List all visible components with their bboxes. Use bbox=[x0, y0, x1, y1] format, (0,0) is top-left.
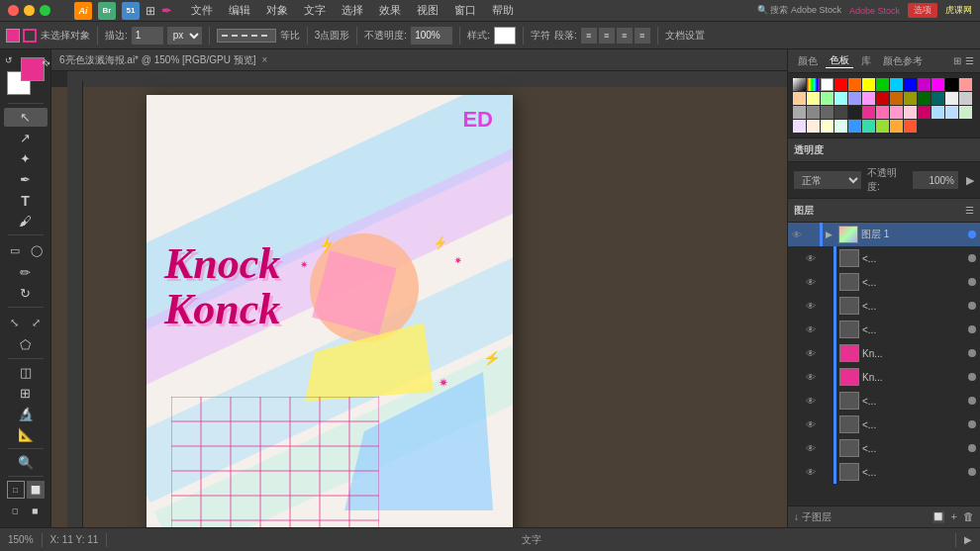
menu-object[interactable]: 对象 bbox=[266, 3, 288, 18]
swatch-lt-yellow[interactable] bbox=[807, 92, 820, 105]
layers-panel-icon[interactable]: ☰ bbox=[965, 205, 974, 216]
layer-row-kn1[interactable]: 👁 Kn... bbox=[788, 341, 980, 365]
swatch-gray-dk[interactable] bbox=[848, 106, 861, 119]
tool-pencil[interactable]: ✏ bbox=[4, 263, 48, 282]
reset-color-icon[interactable]: ↺ bbox=[5, 55, 13, 65]
stroke-unit-select[interactable]: px bbox=[167, 27, 202, 45]
stroke-input[interactable] bbox=[132, 27, 163, 45]
tool-select[interactable]: ↖ bbox=[4, 108, 48, 127]
swatch-green[interactable] bbox=[876, 78, 889, 91]
tool-text[interactable]: T bbox=[4, 191, 48, 210]
swatch-dk-red[interactable] bbox=[876, 92, 889, 105]
opacity-arrow[interactable]: ▶ bbox=[966, 174, 974, 187]
swatch-sky2[interactable] bbox=[945, 106, 958, 119]
layer-row-4[interactable]: 👁 <... bbox=[788, 294, 980, 318]
swatch-mint[interactable] bbox=[959, 106, 972, 119]
swatch-red[interactable] bbox=[834, 78, 847, 91]
swatch-amber[interactable] bbox=[890, 120, 903, 133]
library-tab[interactable]: 库 bbox=[857, 54, 875, 68]
tool-rect[interactable]: ▭ bbox=[4, 239, 26, 261]
layer-2-eye[interactable]: 👁 bbox=[806, 253, 818, 264]
tool-direct-select[interactable]: ↗ bbox=[4, 129, 48, 147]
opacity-input[interactable] bbox=[411, 27, 452, 45]
tool-brush[interactable]: 🖌 bbox=[4, 212, 48, 230]
layer-kn2-eye[interactable]: 👁 bbox=[806, 372, 818, 383]
panel-list-icon[interactable]: ☰ bbox=[965, 55, 974, 66]
swatch-lt-green[interactable] bbox=[821, 92, 833, 105]
swatch-gray-lt[interactable] bbox=[945, 92, 958, 105]
menu-effect[interactable]: 效果 bbox=[379, 3, 401, 18]
menu-window[interactable]: 窗口 bbox=[454, 3, 476, 18]
swatch-cornflower[interactable] bbox=[848, 120, 861, 133]
layer-row-5[interactable]: 👁 <... bbox=[788, 318, 980, 341]
tool-eyedropper[interactable]: 🔬 bbox=[4, 405, 48, 423]
tool-gradient[interactable]: ◫ bbox=[4, 363, 48, 382]
doc-tab-close[interactable]: × bbox=[262, 54, 268, 65]
stroke-color[interactable] bbox=[23, 29, 37, 43]
swatch-gray-5[interactable] bbox=[834, 106, 847, 119]
draw-behind-btn[interactable]: ◼ bbox=[27, 502, 45, 519]
swatch-peach[interactable] bbox=[807, 120, 820, 133]
opacity-tp-input[interactable] bbox=[913, 171, 958, 189]
layer-8-eye[interactable]: 👁 bbox=[806, 443, 818, 454]
swatch-mint2[interactable] bbox=[834, 120, 847, 133]
blend-mode-select[interactable]: 正常 叠加 正片叠底 bbox=[794, 171, 861, 189]
swatch-dk-yellow[interactable] bbox=[904, 92, 917, 105]
layer-9-eye[interactable]: 👁 bbox=[806, 467, 818, 478]
swatch-pink-main[interactable] bbox=[862, 106, 875, 119]
swatch-dk-orange[interactable] bbox=[890, 92, 903, 105]
swatch-lt-blue[interactable] bbox=[848, 92, 861, 105]
menu-view[interactable]: 视图 bbox=[417, 3, 439, 18]
align-left-btn[interactable]: ≡ bbox=[581, 28, 597, 44]
layer-5-eye[interactable]: 👁 bbox=[806, 324, 818, 335]
color-guide-tab[interactable]: 颜色参考 bbox=[879, 54, 927, 68]
layer-kn1-eye[interactable]: 👁 bbox=[806, 348, 818, 359]
canvas-area[interactable]: 6亮色泼溅海报.ai* @ 150% [RGB/GPU 预览] × bbox=[51, 49, 787, 527]
swatch-lt-red[interactable] bbox=[959, 78, 972, 91]
swatch-teal[interactable] bbox=[862, 120, 875, 133]
make-mask-btn[interactable]: 🔲 bbox=[931, 510, 945, 523]
tool-pen[interactable]: ✒ bbox=[4, 170, 48, 189]
swatch-black[interactable] bbox=[945, 78, 958, 91]
swatch-pink-dk[interactable] bbox=[918, 106, 931, 119]
layer-4-eye[interactable]: 👁 bbox=[806, 301, 818, 312]
swatch-blue[interactable] bbox=[904, 78, 917, 91]
tool-ellipse[interactable]: ◯ bbox=[26, 239, 48, 261]
adobe-stock-link[interactable]: Adobe Stock bbox=[849, 6, 900, 16]
swatch-gray-1[interactable] bbox=[959, 92, 972, 105]
tool-rotate[interactable]: ↻ bbox=[4, 284, 48, 303]
close-button[interactable] bbox=[8, 5, 19, 16]
swatch-gradient[interactable] bbox=[793, 78, 806, 91]
align-center-btn[interactable]: ≡ bbox=[599, 28, 615, 44]
swatch-coral[interactable] bbox=[904, 120, 917, 133]
draw-normal-btn[interactable]: ◻ bbox=[7, 502, 25, 519]
fill-color[interactable] bbox=[6, 29, 20, 43]
swatch-cream[interactable] bbox=[821, 120, 833, 133]
top-right-btn2[interactable]: 虎课网 bbox=[945, 4, 972, 17]
swatch-dk-green[interactable] bbox=[918, 92, 931, 105]
align-right-btn[interactable]: ≡ bbox=[617, 28, 633, 44]
swatch-magenta[interactable] bbox=[931, 78, 944, 91]
menu-file[interactable]: 文件 bbox=[191, 3, 213, 18]
swatch-lt-orange[interactable] bbox=[793, 92, 806, 105]
swatch-pink-lt[interactable] bbox=[876, 106, 889, 119]
layer-3-eye[interactable]: 👁 bbox=[806, 277, 818, 288]
swatches-tab[interactable]: 色板 bbox=[826, 53, 853, 68]
layout-icon[interactable]: ⊞ bbox=[146, 4, 155, 18]
layer-row-kn2[interactable]: 👁 Kn... bbox=[788, 365, 980, 389]
layer-row-1[interactable]: 👁 ▶ 图层 1 bbox=[788, 223, 980, 246]
minimize-button[interactable] bbox=[24, 5, 35, 16]
layer-7-eye[interactable]: 👁 bbox=[806, 419, 818, 430]
pen-icon[interactable]: ✒ bbox=[161, 4, 171, 18]
layer-row-6[interactable]: 👁 <... bbox=[788, 389, 980, 413]
swatch-gray-3[interactable] bbox=[807, 106, 820, 119]
menu-select[interactable]: 选择 bbox=[342, 3, 363, 18]
swatch-yellow[interactable] bbox=[862, 78, 875, 91]
layer-6-eye[interactable]: 👁 bbox=[806, 396, 818, 407]
tool-measure[interactable]: 📐 bbox=[4, 425, 48, 444]
tool-blend[interactable]: ⬠ bbox=[4, 335, 48, 354]
layer-row-3[interactable]: 👁 <... bbox=[788, 270, 980, 294]
layer-1-expand[interactable]: ▶ bbox=[826, 230, 835, 239]
swatch-cyan[interactable] bbox=[890, 78, 903, 91]
tool-mesh[interactable]: ⊞ bbox=[4, 384, 48, 403]
